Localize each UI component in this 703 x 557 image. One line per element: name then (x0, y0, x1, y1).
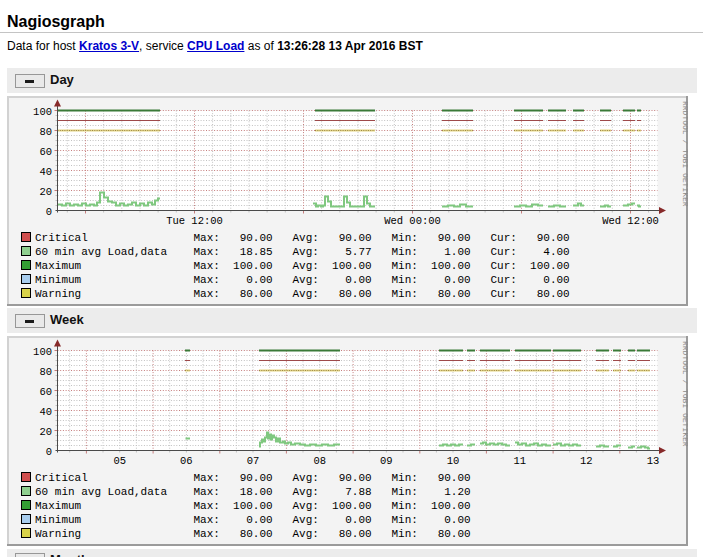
svg-text:Warning Max:: Warning Max: 80.00 Avg: 80.00 Min: 80.00 (35, 528, 471, 540)
svg-text:Warning Max:: Warning Max: 80.00 Avg: 80.00 Min: 80.00… (35, 288, 570, 300)
svg-text:Maximum Max:: Maximum Max: 100.00 Avg: 100.00 Min: 100… (35, 500, 471, 512)
svg-text:80: 80 (39, 366, 52, 378)
svg-text:0: 0 (46, 446, 52, 458)
svg-text:09: 09 (380, 455, 393, 467)
svg-text:40: 40 (39, 406, 52, 418)
svg-text:12: 12 (580, 455, 593, 467)
svg-text:60: 60 (39, 386, 52, 398)
svg-text:80: 80 (39, 126, 52, 138)
svg-text:100: 100 (33, 106, 52, 118)
svg-text:RRDTOOL / TOBI OETIKER: RRDTOOL / TOBI OETIKER (681, 341, 688, 447)
svg-text:Wed 12:00: Wed 12:00 (602, 215, 659, 227)
svg-text:20: 20 (39, 186, 52, 198)
svg-text:20: 20 (39, 426, 52, 438)
svg-text:Critical Max:: Critical Max: 90.00 Avg: 90.00 Min: 90.0… (35, 232, 570, 244)
svg-text:60 min avg Load,data Max:: 60 min avg Load,data Max: 18.00 Avg: 7.8… (35, 486, 471, 498)
svg-text:RRDTOOL / TOBI OETIKER: RRDTOOL / TOBI OETIKER (681, 101, 688, 207)
svg-text:100: 100 (33, 346, 52, 358)
svg-text:08: 08 (313, 455, 326, 467)
svg-text:11: 11 (513, 455, 526, 467)
svg-text:13: 13 (647, 455, 660, 467)
svg-text:07: 07 (247, 455, 260, 467)
svg-text:05: 05 (113, 455, 126, 467)
svg-text:60 min avg Load,data Max:: 60 min avg Load,data Max: 18.85 Avg: 5.7… (35, 246, 570, 258)
svg-text:Minimum Max:: Minimum Max: 0.00 Avg: 0.00 Min: 0.00 (35, 514, 471, 526)
svg-text:Minimum Max:: Minimum Max: 0.00 Avg: 0.00 Min: 0.00 Cu… (35, 274, 570, 286)
svg-text:10: 10 (447, 455, 460, 467)
svg-text:0: 0 (46, 206, 52, 218)
svg-text:40: 40 (39, 166, 52, 178)
svg-text:Wed 00:00: Wed 00:00 (384, 215, 441, 227)
svg-text:Critical Max:: Critical Max: 90.00 Avg: 90.00 Min: 90.0… (35, 472, 471, 484)
svg-text:Maximum Max:: Maximum Max: 100.00 Avg: 100.00 Min: 100… (35, 260, 570, 272)
svg-text:Tue 12:00: Tue 12:00 (166, 215, 223, 227)
svg-text:60: 60 (39, 146, 52, 158)
svg-text:06: 06 (180, 455, 193, 467)
